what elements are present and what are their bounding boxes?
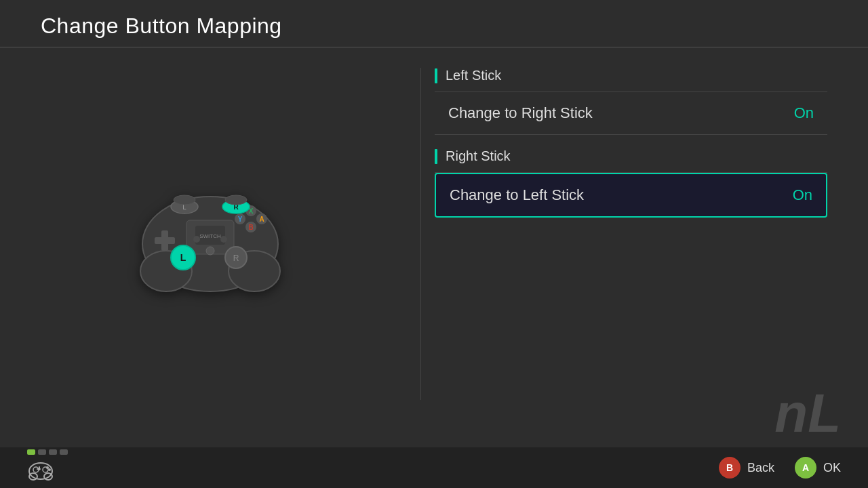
setting-change-to-right-stick-value: On	[794, 104, 814, 122]
svg-point-6	[206, 247, 214, 255]
svg-point-29	[29, 463, 52, 479]
back-label: Back	[747, 461, 774, 475]
section-indicator-2	[435, 149, 437, 164]
dot-3	[49, 449, 57, 455]
svg-text:Y: Y	[238, 216, 243, 223]
svg-point-28	[220, 236, 227, 243]
a-button-icon: A	[795, 457, 816, 479]
svg-point-26	[174, 195, 195, 205]
svg-point-25	[225, 195, 247, 205]
page-title: Change Button Mapping	[41, 14, 827, 39]
svg-point-37	[48, 468, 51, 471]
setting-change-to-left-stick[interactable]: Change to Left Stick On	[435, 173, 827, 218]
svg-point-36	[46, 466, 49, 469]
dot-4	[60, 449, 68, 455]
section-left-stick-title: Left Stick	[446, 68, 501, 83]
section-right-stick-header: Right Stick	[435, 148, 827, 164]
setting-change-to-left-stick-value: On	[793, 186, 812, 204]
controller-svg: SWITCH L R B A Y X	[129, 166, 292, 302]
controller-image: SWITCH L R B A Y X	[129, 166, 292, 302]
controller-small-icon	[27, 456, 54, 483]
setting-change-to-left-stick-label: Change to Left Stick	[450, 186, 584, 204]
setting-change-to-right-stick-label: Change to Right Stick	[448, 104, 593, 122]
bottom-left	[27, 449, 68, 486]
controller-panel: SWITCH L R B A Y X	[0, 61, 420, 407]
svg-point-27	[193, 236, 200, 243]
section-right-stick-title: Right Stick	[446, 148, 511, 164]
indicator-dots	[27, 449, 68, 455]
setting-change-to-right-stick[interactable]: Change to Right Stick On	[435, 92, 827, 135]
main-content: SWITCH L R B A Y X	[0, 47, 868, 420]
section-right-stick: Right Stick Change to Left Stick On	[435, 148, 827, 218]
b-button-icon: B	[719, 457, 741, 479]
svg-text:SWITCH: SWITCH	[199, 233, 221, 239]
indicator-dots-wrapper	[27, 449, 68, 486]
section-indicator	[435, 68, 437, 83]
svg-rect-10	[155, 237, 175, 244]
svg-text:R: R	[233, 253, 239, 263]
bottom-right: B Back A OK	[719, 457, 841, 479]
bottom-bar: B Back A OK	[0, 447, 868, 488]
settings-panel: Left Stick Change to Right Stick On Righ…	[421, 61, 868, 407]
ok-action[interactable]: A OK	[795, 457, 841, 479]
svg-text:A: A	[259, 216, 264, 223]
svg-rect-35	[37, 468, 41, 470]
header: Change Button Mapping	[0, 0, 868, 47]
dot-2	[38, 449, 46, 455]
dot-1	[27, 449, 35, 455]
ok-label: OK	[823, 461, 841, 475]
svg-text:B: B	[248, 224, 253, 231]
svg-text:L: L	[180, 252, 186, 263]
watermark: nL	[774, 386, 841, 441]
section-left-stick: Left Stick Change to Right Stick On	[435, 68, 827, 135]
back-action[interactable]: B Back	[719, 457, 774, 479]
section-left-stick-header: Left Stick	[435, 68, 827, 83]
